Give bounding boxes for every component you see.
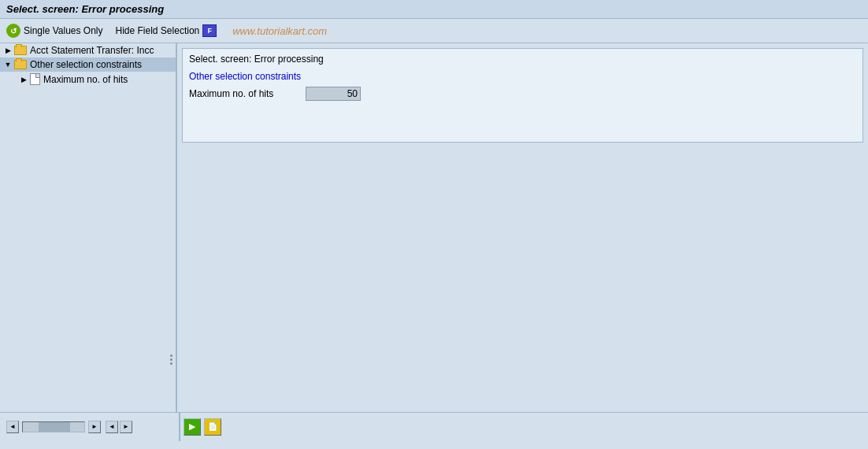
content-title: Select. screen: Error processing [189, 54, 856, 65]
tree-label-other: Other selection constraints [30, 59, 142, 70]
splitter-dot-2 [170, 358, 172, 361]
content-section-title: Other selection constraints [189, 71, 856, 82]
play-icon: ▶ [189, 421, 195, 432]
splitter-dot-1 [170, 354, 172, 357]
title-bar: Select. screen: Error processing [0, 0, 868, 19]
left-scroll-track[interactable] [22, 421, 85, 432]
splitter-dot-3 [170, 362, 172, 365]
main-layout: ▶ Acct Statement Transfer: Incc ▼ Other … [0, 43, 868, 412]
bottom-area: ◄ ► ◄ ► ▶ 📄 [0, 412, 868, 440]
left-nav-right-btn[interactable]: ► [120, 421, 132, 433]
max-hits-field-label: Maximum no. of hits [189, 88, 299, 99]
left-panel: ▶ Acct Statement Transfer: Incc ▼ Other … [0, 43, 177, 412]
panel-splitter[interactable] [170, 354, 172, 365]
left-nav-left-btn[interactable]: ◄ [106, 421, 118, 433]
tree-label-maxhits: Maximum no. of hits [43, 74, 128, 85]
left-scroll-section: ◄ ► ◄ ► [3, 413, 180, 441]
tree-item-max-hits[interactable]: ▶ Maximum no. of hits [0, 72, 176, 87]
single-values-label: Single Values Only [24, 25, 103, 36]
tree-item-acct-statement[interactable]: ▶ Acct Statement Transfer: Incc [0, 43, 176, 58]
title-text: Select. screen: Error processing [6, 3, 164, 15]
toolbar: ↺ Single Values Only Hide Field Selectio… [0, 19, 868, 43]
single-values-button[interactable]: ↺ Single Values Only [6, 24, 103, 38]
single-values-icon: ↺ [6, 24, 20, 38]
tree-arrow-maxhits: ▶ [19, 75, 28, 84]
tree-item-other-selection[interactable]: ▼ Other selection constraints [0, 58, 176, 72]
left-scroll-thumb [39, 422, 70, 432]
field-selection-icon: F [202, 24, 217, 37]
max-hits-input[interactable] [306, 87, 361, 101]
page-action-button[interactable]: 📄 [204, 418, 221, 436]
tree-folder-icon-other [14, 60, 27, 69]
tree-label-acct: Acct Statement Transfer: Incc [30, 45, 154, 56]
tree-folder-icon-acct [14, 46, 27, 55]
play-action-button[interactable]: ▶ [184, 418, 201, 436]
tree-arrow-other: ▼ [3, 60, 13, 69]
content-box: Select. screen: Error processing Other s… [182, 48, 863, 143]
watermark-text: www.tutorialkart.com [232, 25, 327, 37]
right-panel: Select. screen: Error processing Other s… [177, 43, 868, 412]
left-scroll-right-btn[interactable]: ► [88, 421, 101, 433]
hide-field-label: Hide Field Selection [116, 25, 200, 36]
left-scroll-left-btn[interactable]: ◄ [6, 421, 19, 433]
hide-field-button[interactable]: Hide Field Selection F [116, 24, 217, 37]
page-icon: 📄 [208, 422, 217, 431]
tree-arrow-acct: ▶ [3, 46, 13, 55]
max-hits-row: Maximum no. of hits [189, 87, 856, 101]
tree-doc-icon-maxhits [30, 73, 40, 85]
